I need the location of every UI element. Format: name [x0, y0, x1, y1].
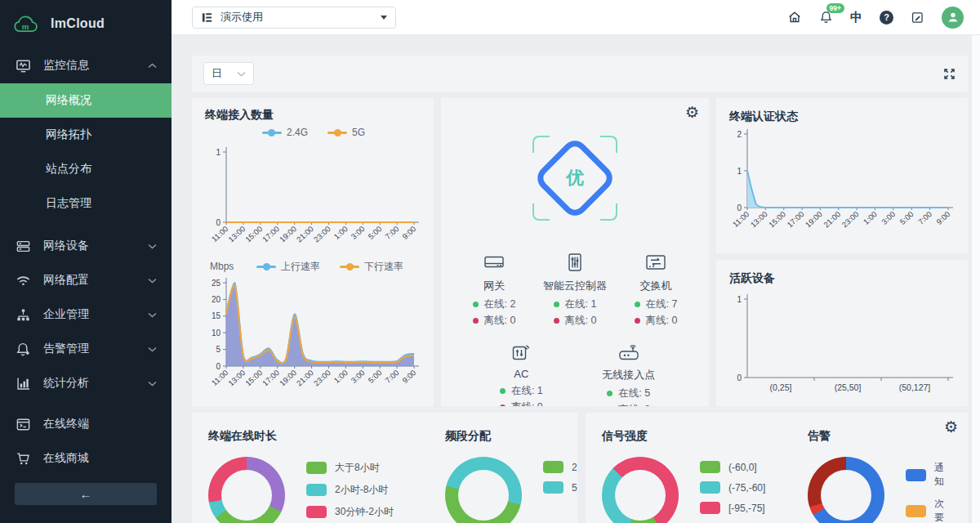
- sidebar-item-online-mall[interactable]: 在线商城: [0, 441, 172, 476]
- legend-item[interactable]: 通知: [906, 461, 951, 489]
- legend-label: (-60,0]: [728, 462, 757, 473]
- legend-label: 次要: [934, 497, 951, 523]
- svg-text:11:00: 11:00: [731, 209, 751, 229]
- legend-item[interactable]: 2.4G: [543, 461, 577, 473]
- svg-text:1: 1: [216, 148, 220, 157]
- sidebar-item-enterprise[interactable]: 企业管理: [0, 297, 172, 332]
- chevron-down-icon: [148, 381, 157, 387]
- period-select[interactable]: 日: [203, 62, 254, 85]
- home-icon[interactable]: [787, 10, 802, 25]
- sidebar-collapse-button[interactable]: ←: [15, 483, 157, 505]
- online-label: 在线: 1: [511, 384, 543, 398]
- legend-item[interactable]: 5G: [327, 127, 365, 138]
- switch-icon: [644, 250, 668, 273]
- offline-label: 离线: 0: [618, 403, 650, 406]
- sidebar-item-statistics[interactable]: 统计分析: [0, 366, 172, 400]
- device-name: 交换机: [640, 279, 672, 293]
- legend-item[interactable]: (-75,-60]: [700, 481, 765, 494]
- sidebar-item-monitoring[interactable]: 监控信息: [0, 47, 172, 83]
- legend-item[interactable]: 上行速率: [256, 260, 320, 274]
- legend-label: 30分钟-2小时: [335, 505, 394, 519]
- svg-text:3:00: 3:00: [880, 209, 897, 226]
- bracket-corner-icon: [532, 136, 550, 153]
- device-stats: 在线: 2离线: 0: [473, 297, 516, 328]
- svg-text:23:00: 23:00: [312, 368, 332, 387]
- settings-gear-icon[interactable]: ⚙: [685, 105, 699, 120]
- svg-text:5:00: 5:00: [366, 224, 383, 241]
- chevron-down-icon: [148, 278, 157, 284]
- user-avatar[interactable]: [942, 7, 964, 29]
- svg-text:25: 25: [212, 279, 221, 288]
- network-health-card: ⚙ 优 网关在线: 2离线: 0智能云控制器在线: 1离线: 0交换机在线: 7…: [441, 98, 709, 406]
- active-devices-card: 活跃设备 01(0,25](25,50](50,127]: [716, 260, 968, 406]
- sidebar-item-label: 统计分析: [43, 376, 89, 391]
- legend-item[interactable]: (-60,0]: [700, 461, 765, 473]
- notifications-bell-icon[interactable]: 99+: [819, 10, 833, 25]
- sidebar-item-label: 网络概况: [46, 93, 91, 108]
- card-title: 频段分配: [445, 429, 577, 444]
- device-stats: 在线: 7离线: 0: [635, 297, 678, 328]
- sidebar-item-network-topology[interactable]: 网络拓扑: [0, 118, 172, 152]
- site-selector[interactable]: 演示使用: [192, 7, 396, 29]
- sidebar-item-label: 网络设备: [43, 239, 89, 253]
- legend-label: 下行速率: [364, 260, 403, 274]
- chevron-up-icon: [148, 63, 157, 69]
- svg-text:19:00: 19:00: [804, 209, 824, 229]
- fullscreen-expand-icon[interactable]: [942, 67, 956, 81]
- sidebar-item-site-distribution[interactable]: 站点分布: [0, 152, 172, 186]
- svg-text:19:00: 19:00: [278, 224, 298, 244]
- legend-item[interactable]: 2小时-8小时: [306, 483, 394, 497]
- legend-item[interactable]: [-95,-75]: [700, 502, 765, 514]
- rates-legend: 上行速率下行速率: [205, 258, 422, 275]
- card-title: 终端认证状态: [729, 110, 955, 124]
- settings-gear-icon[interactable]: ⚙: [944, 419, 958, 435]
- scrollbar-track[interactable]: [972, 35, 980, 523]
- sidebar-item-online-terminals[interactable]: 在线终端: [0, 407, 172, 441]
- svg-text:3:00: 3:00: [350, 368, 367, 385]
- svg-text:13:00: 13:00: [226, 368, 247, 387]
- legend-marker-icon: [256, 266, 276, 268]
- legend-swatch-icon: [700, 502, 720, 514]
- device-status-gateway: 网关在线: 2离线: 0: [454, 250, 534, 328]
- alerts-donut: [808, 457, 884, 523]
- svg-text:9:00: 9:00: [934, 209, 951, 226]
- signal-alerts-card: ⚙ 信号强度 (-60,0](-75,-60][-95,-75] 告警 通知次要…: [586, 413, 968, 523]
- sidebar-item-log-management[interactable]: 日志管理: [0, 186, 172, 221]
- bar-chart-icon: [16, 376, 31, 391]
- device-status-list: 网关在线: 2离线: 0智能云控制器在线: 1离线: 0交换机在线: 7离线: …: [441, 240, 709, 406]
- svg-text:21:00: 21:00: [295, 224, 315, 244]
- device-stats: 在线: 1离线: 0: [500, 384, 543, 406]
- language-toggle[interactable]: 中: [850, 10, 862, 25]
- chevron-down-icon: [148, 346, 157, 352]
- legend-label: 2小时-8小时: [335, 483, 388, 497]
- help-icon[interactable]: ?: [880, 11, 893, 25]
- legend-item[interactable]: 下行速率: [340, 260, 403, 274]
- online-label: 在线: 2: [484, 297, 516, 311]
- card-title: 活跃设备: [729, 271, 955, 286]
- legend-label: 上行速率: [281, 260, 320, 274]
- feedback-edit-icon[interactable]: [911, 11, 924, 25]
- svg-text:13:00: 13:00: [226, 224, 247, 244]
- terminal-auth-chart: 01211:0013:0015:0017:0019:0021:0023:001:…: [729, 124, 955, 245]
- legend-item[interactable]: 30分钟-2小时: [306, 505, 394, 519]
- legend-item[interactable]: 5G: [543, 481, 577, 494]
- offline-label: 离线: 0: [484, 314, 516, 328]
- bracket-corner-icon: [600, 136, 617, 153]
- legend-marker-icon: [327, 132, 347, 134]
- legend-item[interactable]: 次要: [906, 497, 951, 523]
- device-row: AC在线: 1离线: 0无线接入点在线: 5离线: 0: [454, 339, 696, 406]
- cloud-logo-icon: m: [11, 12, 44, 36]
- sidebar-item-network-overview[interactable]: 网络概况: [0, 83, 172, 118]
- active-devices-chart: 01(0,25](25,50](50,127]: [729, 286, 955, 399]
- sidebar-item-alarm-management[interactable]: 告警管理: [0, 332, 172, 366]
- sidebar-item-network-devices[interactable]: 网络设备: [0, 229, 172, 263]
- svg-text:(0,25]: (0,25]: [770, 382, 792, 392]
- caret-down-icon: [381, 16, 387, 23]
- topbar: 演示使用 99+ 中 ?: [172, 0, 980, 35]
- sidebar-item-network-config[interactable]: 网络配置: [0, 263, 172, 297]
- wifi-icon: [16, 273, 31, 288]
- sidebar-item-label: 网络配置: [43, 273, 89, 288]
- legend-item[interactable]: 2.4G: [262, 127, 308, 138]
- legend-item[interactable]: 大于8小时: [306, 461, 394, 475]
- svg-text:(50,127]: (50,127]: [899, 382, 931, 392]
